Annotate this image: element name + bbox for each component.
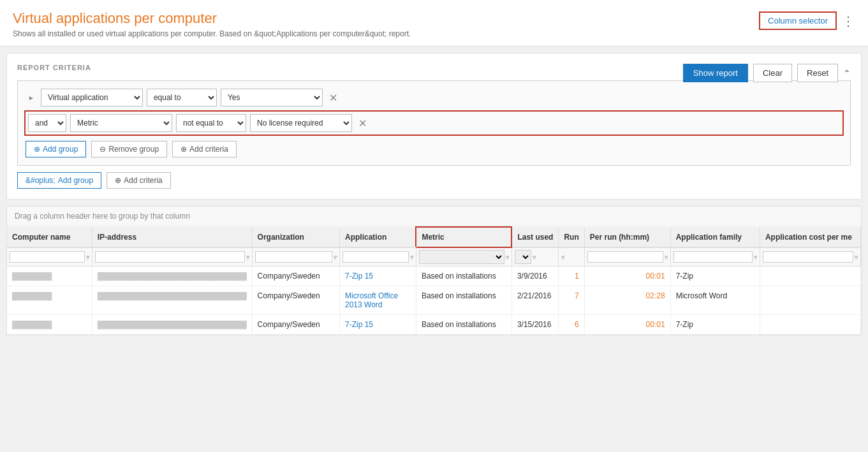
operator-select-2[interactable]: not equal to equal to contains [176, 114, 246, 132]
data-section: Drag a column header here to group by th… [6, 206, 862, 335]
top-buttons: Show report Clear Reset ⌃ [683, 64, 851, 82]
filter-app-input[interactable] [342, 251, 409, 263]
outer-add-group-button[interactable]: &#oplus; Add group [17, 172, 101, 189]
remove-group-label: Remove group [108, 145, 159, 154]
page-header: Virtual applications per computer Shows … [0, 0, 868, 47]
filter-organization: ▿ [252, 247, 339, 266]
header-actions: Column selector ⋮ [759, 11, 855, 30]
filter-funnel-icon-7: ▿ [561, 254, 564, 261]
filter-row: ▿ ▿ ▿ [7, 247, 861, 266]
cell-application: 7-Zip 15 [340, 315, 416, 335]
outer-add-criteria-label: Add criteria [124, 176, 163, 185]
outer-add-criteria-button[interactable]: ⊕ Add criteria [107, 172, 171, 189]
value-select-2[interactable]: No license required Based on installatio… [250, 114, 352, 132]
filter-funnel-icon-4: ▿ [410, 254, 413, 261]
filter-funnel-icon-1: ▿ [86, 254, 89, 261]
cell-org: Company/Sweden [252, 266, 339, 286]
filter-application: ▿ [340, 247, 416, 266]
andor-select[interactable]: and or [28, 114, 66, 132]
filter-metric: Based on installations Based on usage ▿ [416, 247, 511, 266]
col-organization[interactable]: Organization [252, 227, 339, 247]
page-subtitle: Shows all installed or used virtual appl… [13, 29, 855, 38]
clear-button[interactable]: Clear [753, 64, 792, 82]
cell-computer-name: ████████ [7, 315, 92, 335]
col-per-run[interactable]: Per run (hh:mm) [584, 227, 670, 247]
cell-application: Microsoft Office 2013 Word [340, 286, 416, 315]
cell-last-used: 2/21/2016 [511, 286, 559, 315]
cell-run: 6 [559, 315, 584, 335]
filter-computer-name: ▿ [7, 247, 92, 266]
filter-per-run: ▿ [584, 247, 670, 266]
cell-metric: Based on installations [416, 286, 511, 315]
cell-per-run: 00:01 [584, 315, 670, 335]
col-run[interactable]: Run [559, 227, 584, 247]
filter-app-family: ▿ [670, 247, 760, 266]
filter-last-used: ▿ [511, 247, 559, 266]
filter-app-cost-input[interactable] [763, 251, 853, 263]
col-app-family[interactable]: Application family [670, 227, 760, 247]
filter-ip-input[interactable] [95, 251, 245, 263]
show-report-button[interactable]: Show report [683, 64, 748, 82]
filter-org-input[interactable] [255, 251, 332, 263]
reset-button[interactable]: Reset [797, 64, 838, 82]
cell-per-run: 02:28 [584, 286, 670, 315]
cell-app-cost [760, 315, 860, 335]
filter-ip-address: ▿ [92, 247, 252, 266]
cell-app-family: Microsoft Word [670, 286, 760, 315]
cell-application: 7-Zip 15 [340, 266, 416, 286]
cell-app-cost [760, 286, 860, 315]
field-select-2[interactable]: Metric Virtual application Computer name… [70, 114, 172, 132]
inner-add-criteria-button[interactable]: ⊕ Add criteria [172, 141, 237, 157]
filter-funnel-icon-2: ▿ [246, 254, 249, 261]
outer-plus-icon-2: ⊕ [115, 176, 121, 185]
group-buttons: ⊕ Add group ⊖ Remove group ⊕ Add criteri… [26, 141, 842, 157]
col-application[interactable]: Application [340, 227, 416, 247]
cell-computer-name: ████████ [7, 266, 92, 286]
remove-row-2-button[interactable]: ✕ [356, 117, 369, 129]
cell-last-used: 3/15/2016 [511, 315, 559, 335]
col-metric[interactable]: Metric [416, 227, 511, 247]
collapse-button[interactable]: ⌃ [843, 68, 851, 78]
cell-org: Company/Sweden [252, 286, 339, 315]
cell-app-family: 7-Zip [670, 315, 760, 335]
cell-ip: ██████████████████████████████ [92, 286, 252, 315]
column-selector-button[interactable]: Column selector [759, 11, 837, 30]
value-select-1[interactable]: Yes No [221, 89, 323, 106]
plus-circle-icon: ⊕ [34, 145, 40, 154]
remove-row-1-button[interactable]: ✕ [327, 92, 340, 104]
drag-hint: Drag a column header here to group by th… [7, 207, 861, 226]
filter-per-run-input[interactable] [587, 251, 663, 263]
col-computer-name[interactable]: Computer name [7, 227, 92, 247]
table-row: ██████████████████████████████████████Co… [7, 266, 861, 286]
outer-add-group-label: Add group [58, 176, 93, 185]
filter-funnel-icon-8: ▿ [665, 254, 668, 261]
filter-funnel-icon-10: ▿ [855, 254, 858, 261]
more-options-button[interactable]: ⋮ [842, 13, 855, 29]
cell-computer-name: ████████ [7, 286, 92, 315]
col-app-cost[interactable]: Application cost per me [760, 227, 860, 247]
filter-metric-select[interactable]: Based on installations Based on usage [419, 250, 504, 264]
cell-run: 1 [559, 266, 584, 286]
col-last-used[interactable]: Last used [511, 227, 559, 247]
filter-app-family-input[interactable] [673, 251, 753, 263]
filter-last-used-select[interactable] [515, 250, 531, 264]
filter-computer-name-input[interactable] [10, 251, 85, 263]
filter-funnel-icon-5: ▿ [506, 254, 509, 261]
cell-per-run: 00:01 [584, 266, 670, 286]
report-criteria-section: REPORT CRITERIA Show report Clear Reset … [6, 53, 862, 200]
criteria-group: ► Virtual application Metric Computer na… [17, 80, 851, 166]
cell-ip: ██████████████████████████████ [92, 266, 252, 286]
cell-ip: ██████████████████████████████ [92, 315, 252, 335]
outer-plus-icon: &#oplus; [26, 176, 55, 185]
minus-circle-icon: ⊖ [99, 145, 106, 154]
filter-run: ▿ [559, 247, 584, 266]
field-select-1[interactable]: Virtual application Metric Computer name… [41, 89, 143, 106]
cell-app-family: 7-Zip [670, 266, 760, 286]
cell-org: Company/Sweden [252, 315, 339, 335]
col-ip-address[interactable]: IP-address [92, 227, 252, 247]
filter-funnel-icon-9: ▿ [754, 254, 757, 261]
remove-group-button[interactable]: ⊖ Remove group [91, 141, 167, 157]
operator-select-1[interactable]: equal to not equal to contains [147, 89, 217, 106]
inner-add-group-button[interactable]: ⊕ Add group [26, 141, 86, 157]
criteria-row-1: ► Virtual application Metric Computer na… [26, 89, 842, 106]
